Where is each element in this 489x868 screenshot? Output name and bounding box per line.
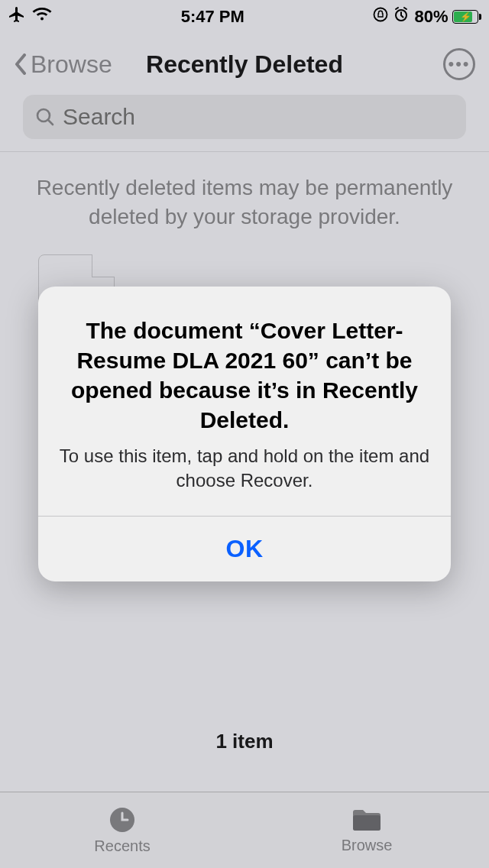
alert-overlay: The document “Cover Letter- Resume DLA 2…: [0, 0, 489, 868]
alert-dialog: The document “Cover Letter- Resume DLA 2…: [38, 287, 451, 582]
alert-ok-button[interactable]: OK: [38, 517, 451, 581]
alert-message: To use this item, tap and hold on the it…: [58, 444, 431, 494]
alert-title: The document “Cover Letter- Resume DLA 2…: [58, 316, 431, 435]
